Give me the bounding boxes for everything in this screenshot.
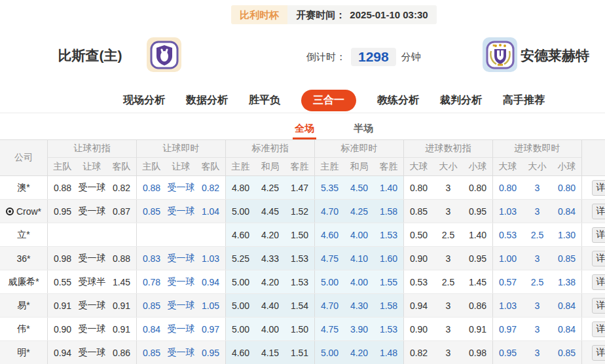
detail-cell: 详 xyxy=(581,223,605,246)
odds-value xyxy=(77,223,107,246)
column-header: 主胜 xyxy=(315,161,344,173)
odds-value: 2.5 xyxy=(522,270,552,293)
odds-group-6: 1.0330.84 xyxy=(492,200,581,223)
detail-column-header xyxy=(581,140,605,158)
odds-value: 0.95 xyxy=(463,200,492,223)
odds-value: 1.00 xyxy=(493,247,522,270)
nav-tab-7[interactable]: 高手推荐 xyxy=(503,94,545,107)
odds-group-3: 5.254.331.53 xyxy=(225,247,314,270)
odds-value: 1.05 xyxy=(196,294,225,317)
period-tab-2[interactable]: 半场 xyxy=(352,118,375,139)
odds-value: 受一球 xyxy=(166,200,196,223)
nav-tab-6[interactable]: 裁判分析 xyxy=(440,94,482,107)
match-info-bar: 比利时杯 开赛时间： 2025-01-10 03:30 xyxy=(0,5,605,24)
company-name: 36* xyxy=(16,253,30,264)
odds-value: 4.10 xyxy=(344,247,374,270)
group-header-3: 标准初指 xyxy=(225,140,314,158)
column-header: 大球 xyxy=(493,161,522,173)
odds-group-5: 0.8230.98 xyxy=(403,341,492,364)
odds-value: 1.38 xyxy=(552,270,581,293)
odds-group-3: 5.004.201.53 xyxy=(225,270,314,293)
detail-button[interactable]: 详 xyxy=(592,298,605,314)
nav-tabs: 现场分析数据分析胜平负三合一教练分析裁判分析高手推荐 xyxy=(0,90,605,111)
odds-value: 1.48 xyxy=(374,341,403,364)
odds-group-1: 0.88受一球0.82 xyxy=(47,176,136,199)
odds-group-6: 0.572.51.38 xyxy=(492,270,581,293)
detail-button[interactable]: 详 xyxy=(592,274,605,290)
odds-value: 4.70 xyxy=(315,200,344,223)
countdown-label: 倒计时： xyxy=(306,51,346,64)
odds-row: Crow*0.95受一球0.870.85受一球1.045.004.451.524… xyxy=(0,200,605,223)
nav-tab-2[interactable]: 数据分析 xyxy=(186,94,228,107)
detail-button[interactable]: 详 xyxy=(592,227,605,243)
page-content: 比利时杯 开赛时间： 2025-01-10 03:30 比斯查(主) 倒计时： … xyxy=(0,0,605,364)
detail-button[interactable]: 详 xyxy=(592,180,605,196)
column-header: 小球 xyxy=(552,161,581,173)
odds-value: 4.60 xyxy=(315,223,344,246)
column-header: 主队 xyxy=(48,161,77,173)
odds-value: 4.33 xyxy=(255,247,285,270)
odds-value: 0.53 xyxy=(493,223,522,246)
nav-tab-3[interactable]: 胜平负 xyxy=(249,94,280,107)
odds-value: 0.91 xyxy=(48,294,77,317)
odds-value: 1.53 xyxy=(285,247,314,270)
odds-value: 4.20 xyxy=(255,270,285,293)
odds-group-1: 0.55受球半1.45 xyxy=(47,270,136,293)
detail-cell: 详 xyxy=(581,294,605,317)
odds-group-5: 0.532.51.45 xyxy=(403,270,492,293)
odds-group-3: 4.604.151.51 xyxy=(225,341,314,364)
odds-value xyxy=(48,223,77,246)
odds-row: 澳*0.88受一球0.820.88受一球0.824.804.251.475.35… xyxy=(0,176,605,200)
detail-cell: 详 xyxy=(581,176,605,199)
odds-value: 1.58 xyxy=(374,294,403,317)
odds-value: 受一球 xyxy=(166,294,196,317)
odds-value: 0.55 xyxy=(48,270,77,293)
odds-value: 3 xyxy=(433,294,463,317)
odds-value: 1.04 xyxy=(196,200,225,223)
odds-row: 立*4.604.201.504.604.001.530.502.51.400.5… xyxy=(0,223,605,247)
away-team-name: 安德莱赫特 xyxy=(521,46,605,65)
odds-value: 0.86 xyxy=(107,341,136,364)
group-subheaders-1: 主队让球客队 xyxy=(47,158,136,175)
company-name: 易* xyxy=(17,300,29,312)
odds-group-2: 0.84受一球0.97 xyxy=(136,318,225,340)
odds-value: 受一球 xyxy=(77,200,107,223)
column-header: 让球 xyxy=(77,161,107,173)
nav-tab-4[interactable]: 三合一 xyxy=(301,90,356,111)
odds-value: 0.80 xyxy=(493,176,522,199)
odds-value: 5.00 xyxy=(226,294,255,317)
odds-value: 4.75 xyxy=(315,247,344,270)
odds-group-6: 0.9530.85 xyxy=(492,341,581,364)
company-cell: 威廉希* xyxy=(0,270,47,293)
group-header-5: 进球数初指 xyxy=(403,140,492,158)
kickoff-value: 2025-01-10 03:30 xyxy=(350,9,428,21)
odds-value: 1.52 xyxy=(285,200,314,223)
odds-value: 0.78 xyxy=(137,270,166,293)
league-badge: 比利时杯 xyxy=(231,5,287,24)
odds-value: 3 xyxy=(522,176,552,199)
odds-row: 易*0.91受一球0.910.85受一球1.055.004.401.544.70… xyxy=(0,294,605,318)
odds-value: 受球半 xyxy=(77,270,107,293)
period-tab-1[interactable]: 全场 xyxy=(293,118,316,139)
odds-group-4: 4.604.001.53 xyxy=(314,223,403,246)
nav-tab-5[interactable]: 教练分析 xyxy=(377,94,419,107)
detail-button[interactable]: 详 xyxy=(592,321,605,337)
odds-value: 3 xyxy=(522,200,552,223)
odds-value: 0.95 xyxy=(493,341,522,364)
odds-value: 4.60 xyxy=(226,223,255,246)
group-subheaders-2: 主队让球客队 xyxy=(136,158,225,175)
detail-button[interactable]: 详 xyxy=(592,345,605,361)
odds-value: 0.97 xyxy=(196,318,225,340)
detail-button[interactable]: 详 xyxy=(592,204,605,219)
odds-group-6: 1.0330.84 xyxy=(492,294,581,317)
odds-value: 1.58 xyxy=(374,200,403,223)
odds-value: 1.53 xyxy=(374,318,403,340)
detail-button[interactable]: 详 xyxy=(592,251,605,266)
nav-tab-1[interactable]: 现场分析 xyxy=(123,94,165,107)
odds-table: 公司让球初指让球即时标准初指标准即时进球数初指进球数即时主队让球客队主队让球客队… xyxy=(0,139,605,364)
odds-value: 3 xyxy=(522,247,552,270)
odds-value: 0.94 xyxy=(196,270,225,293)
odds-value: 1.47 xyxy=(285,176,314,199)
odds-value: 4.80 xyxy=(226,176,255,199)
odds-value: 4.45 xyxy=(255,200,285,223)
